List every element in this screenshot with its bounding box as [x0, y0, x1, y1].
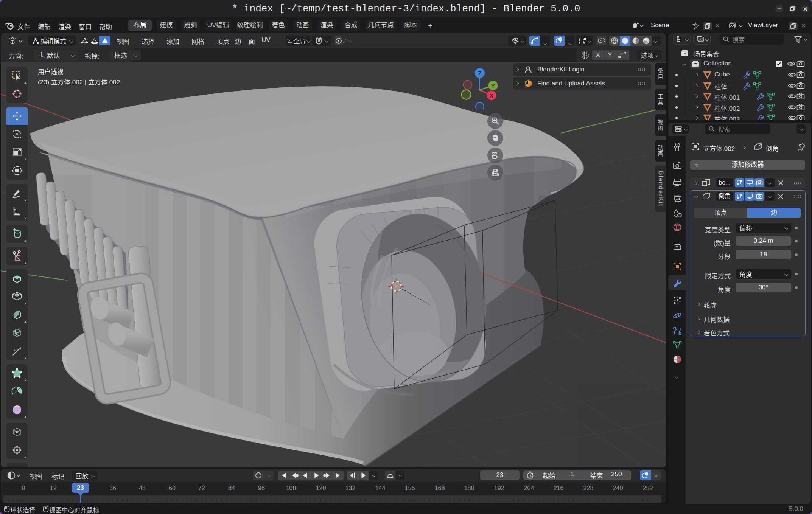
svg-text:Y: Y [491, 82, 495, 89]
svg-text:X: X [490, 92, 493, 99]
svg-text:Z: Z [478, 70, 481, 76]
